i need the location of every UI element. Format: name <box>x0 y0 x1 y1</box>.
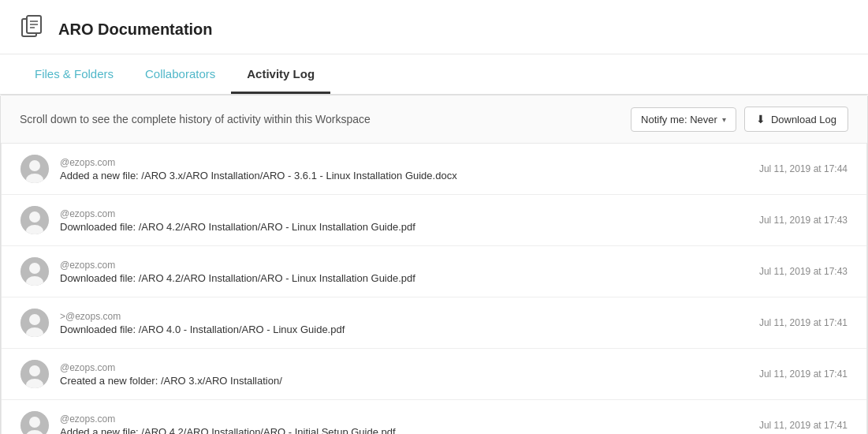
app-logo-icon <box>19 14 49 44</box>
activity-row: @ezops.com Downloaded file: /ARO 4.2/ARO… <box>2 246 866 297</box>
activity-action: Added a new file: /ARO 3.x/ARO Installat… <box>60 170 743 181</box>
toolbar-actions: Notify me: Never ▾ ⬇ Download Log <box>631 107 848 132</box>
activity-row: @ezops.com Added a new file: /ARO 3.x/AR… <box>2 144 866 195</box>
activity-action: Downloaded file: /ARO 4.0 - Installation… <box>60 324 743 335</box>
activity-content: @ezops.com Added a new file: /ARO 4.2/AR… <box>60 413 743 435</box>
app-title: ARO Documentation <box>58 21 213 39</box>
activity-row: >@ezops.com Downloaded file: /ARO 4.0 - … <box>2 297 866 349</box>
activity-user: @ezops.com <box>60 362 743 373</box>
activity-content: @ezops.com Downloaded file: /ARO 4.2/ARO… <box>60 260 743 284</box>
activity-content: >@ezops.com Downloaded file: /ARO 4.0 - … <box>60 311 743 335</box>
user-avatar-icon <box>20 206 49 234</box>
activity-time: Jul 11, 2019 at 17:41 <box>759 420 848 431</box>
avatar <box>20 155 49 183</box>
activity-time: Jul 11, 2019 at 17:44 <box>759 163 848 174</box>
activity-content: @ezops.com Downloaded file: /ARO 4.2/ARO… <box>60 208 743 233</box>
user-avatar-icon <box>20 411 49 434</box>
activity-content: @ezops.com Created a new folder: /ARO 3.… <box>60 362 743 387</box>
activity-time: Jul 11, 2019 at 17:43 <box>759 215 848 226</box>
activity-toolbar: Scroll down to see the complete history … <box>1 95 867 144</box>
activity-row: @ezops.com Created a new folder: /ARO 3.… <box>2 349 866 400</box>
avatar <box>20 257 49 286</box>
tab-activity-log[interactable]: Activity Log <box>231 54 330 94</box>
svg-point-9 <box>29 211 40 223</box>
user-avatar-icon <box>20 257 49 286</box>
svg-point-15 <box>29 314 40 325</box>
activity-user: >@ezops.com <box>60 311 743 322</box>
user-avatar-icon <box>20 360 49 388</box>
activity-action: Added a new file: /ARO 4.2/ARO Installat… <box>60 426 743 435</box>
activity-action: Created a new folder: /ARO 3.x/ARO Insta… <box>60 375 743 387</box>
app-header: ARO Documentation <box>0 0 868 54</box>
svg-point-6 <box>29 160 40 171</box>
toolbar-description: Scroll down to see the complete history … <box>20 113 371 125</box>
activity-time: Jul 11, 2019 at 17:41 <box>759 369 848 380</box>
avatar <box>20 411 49 434</box>
download-label: Download Log <box>771 114 836 125</box>
activity-user: @ezops.com <box>60 157 743 168</box>
activity-user: @ezops.com <box>60 208 743 219</box>
avatar <box>20 360 49 388</box>
activity-time: Jul 11, 2019 at 17:43 <box>759 266 848 277</box>
svg-point-12 <box>29 263 40 274</box>
tab-files-folders[interactable]: Files & Folders <box>19 54 129 94</box>
notify-button[interactable]: Notify me: Never ▾ <box>631 107 736 132</box>
avatar <box>20 206 49 234</box>
svg-point-21 <box>29 417 40 428</box>
user-avatar-icon <box>20 155 49 183</box>
svg-point-18 <box>29 365 40 376</box>
activity-row: @ezops.com Added a new file: /ARO 4.2/AR… <box>2 400 866 434</box>
activity-user: @ezops.com <box>60 260 743 271</box>
activity-action: Downloaded file: /ARO 4.2/ARO Installati… <box>60 221 743 233</box>
activity-list: @ezops.com Added a new file: /ARO 3.x/AR… <box>1 144 867 434</box>
user-avatar-icon <box>20 309 49 337</box>
activity-content: @ezops.com Added a new file: /ARO 3.x/AR… <box>60 157 743 181</box>
tab-collaborators[interactable]: Collaborators <box>129 54 231 94</box>
chevron-down-icon: ▾ <box>722 115 726 124</box>
download-log-button[interactable]: ⬇ Download Log <box>744 107 848 132</box>
avatar <box>20 309 49 337</box>
main-content: Scroll down to see the complete history … <box>0 95 868 434</box>
activity-row: @ezops.com Downloaded file: /ARO 4.2/ARO… <box>2 195 866 246</box>
notify-label: Notify me: Never <box>641 114 717 125</box>
activity-user: @ezops.com <box>60 413 743 425</box>
activity-action: Downloaded file: /ARO 4.2/ARO Installati… <box>60 272 743 284</box>
download-icon: ⬇ <box>756 113 766 125</box>
tabs-bar: Files & Folders Collaborators Activity L… <box>0 54 868 95</box>
activity-time: Jul 11, 2019 at 17:41 <box>759 317 848 328</box>
